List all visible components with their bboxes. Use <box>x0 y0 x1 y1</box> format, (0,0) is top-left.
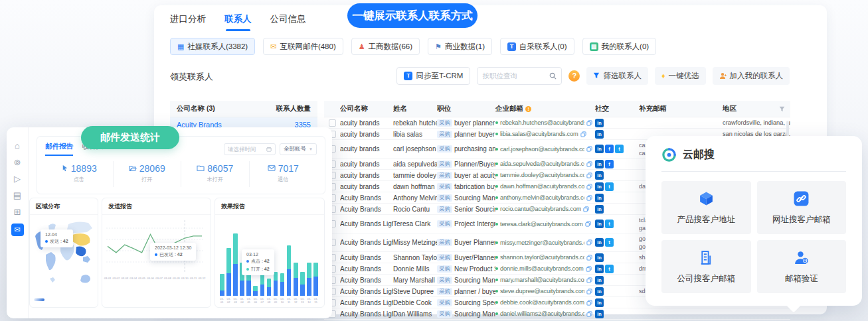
copy-icon[interactable] <box>586 266 592 272</box>
cell-name: aida sepulveda <box>393 160 437 168</box>
copy-icon[interactable] <box>586 172 592 178</box>
twitter-icon[interactable]: t <box>615 145 624 153</box>
cloud-item-网址搜客户邮箱[interactable]: 网址搜客户邮箱 <box>757 181 847 234</box>
line-chart: 03-0103-0203-0303-0403-0503-0603-0703-08… <box>102 215 211 305</box>
copy-icon[interactable] <box>586 311 592 317</box>
copy-icon[interactable] <box>586 300 592 306</box>
twitter-icon[interactable]: t <box>605 182 614 191</box>
linkedin-icon[interactable]: in <box>595 298 604 307</box>
purchase-tag: 采购 <box>437 288 452 295</box>
home-icon[interactable]: ⌂ <box>12 141 23 151</box>
cloud-item-公司搜客户邮箱[interactable]: 公司搜客户邮箱 <box>661 240 751 293</box>
callout-contact-methods: 一键展示联系人联系方式 <box>347 3 477 28</box>
date-range-picker[interactable] <box>224 143 276 155</box>
copy-icon[interactable] <box>585 221 591 227</box>
title-text: buyer planner <box>454 119 495 127</box>
purchase-tag: 采购 <box>437 194 452 202</box>
email-text: anthony.melvin@acuitybrands.com <box>500 194 584 201</box>
search-icon[interactable] <box>549 72 557 80</box>
my-contacts-chip[interactable]: ▤我的联系人(0) <box>582 38 657 55</box>
purchase-tag: 采购 <box>437 131 452 138</box>
cell-email: rebekah.hutchens@acuitybrands.com <box>495 119 595 126</box>
cases-icon[interactable]: ▤ <box>12 190 23 201</box>
stat-value: 86057 <box>207 163 233 174</box>
copy-icon[interactable] <box>586 239 592 245</box>
bar-x-label: 03-10 <box>280 297 285 304</box>
company-table-header: 公司名称 (3) 联系人数量 <box>170 101 317 117</box>
copy-icon[interactable] <box>586 255 592 261</box>
twitter-icon[interactable]: t <box>605 238 614 247</box>
coin-icon[interactable]: ? <box>568 70 580 82</box>
search-input[interactable] <box>482 72 547 80</box>
linkedin-icon[interactable]: in <box>595 220 604 228</box>
linkedin-icon[interactable]: in <box>595 160 604 168</box>
bar-x-label: 03-06 <box>253 297 258 304</box>
linkedin-icon[interactable]: in <box>595 130 604 139</box>
linkedin-icon[interactable]: in <box>595 145 604 153</box>
tab-进口分析[interactable]: 进口分析 <box>170 13 206 31</box>
copy-icon[interactable] <box>586 184 592 190</box>
commerce-data-chip[interactable]: ⚑商业数据(1) <box>428 38 492 55</box>
stat-value-row: 28069 <box>129 163 165 174</box>
business-registry-chip[interactable]: ♟工商数据(66) <box>351 38 420 55</box>
region-filter-icon[interactable] <box>779 106 785 112</box>
account-select[interactable]: 全部账号 ▼ <box>280 143 317 155</box>
copy-icon[interactable] <box>580 131 586 137</box>
email-text: steve.dupree@acuitybrands.com <box>500 288 584 294</box>
linkedin-icon[interactable]: in <box>595 276 604 285</box>
social-grid-chip[interactable]: ▦社媒联系人(3382) <box>170 38 255 55</box>
mail-icon[interactable]: ✉ <box>11 224 24 236</box>
title-text: Project Intergration <box>454 220 495 227</box>
region-text: crawfordsville, indiana, united states <box>723 119 790 126</box>
send-icon[interactable]: ▷ <box>12 174 23 184</box>
cell-name: rebekah hutchens <box>393 119 437 127</box>
twitter-icon[interactable]: t <box>605 265 614 273</box>
facebook-icon[interactable]: f <box>605 160 614 168</box>
screenshot-canvas: 进口分析联系人公司信息 ▦社媒联系人(3382)✉互联网邮件(480)♟工商数据… <box>0 0 868 321</box>
linkedin-icon[interactable]: in <box>595 205 604 214</box>
docs-icon[interactable]: ⊞ <box>12 207 23 218</box>
linkedin-icon[interactable]: in <box>595 310 604 318</box>
add-to-my-contacts-button[interactable]: 加入我的联系人 <box>713 67 790 85</box>
facebook-icon[interactable]: f <box>605 145 614 153</box>
linkedin-icon[interactable]: in <box>595 194 604 202</box>
filter-contacts-button[interactable]: 筛选联系人 <box>586 67 648 85</box>
copy-icon[interactable] <box>586 289 592 294</box>
cell-company: Acuity Brands Lighting <box>340 239 393 246</box>
twitter-icon[interactable]: t <box>605 220 614 228</box>
tab-公司信息[interactable]: 公司信息 <box>270 13 306 31</box>
linkedin-icon[interactable]: in <box>595 265 604 273</box>
linkedin-icon[interactable]: in <box>595 119 604 127</box>
callout-email-stats: 邮件发送统计 <box>81 126 179 149</box>
linkedin-icon[interactable]: in <box>595 253 604 262</box>
link-icon <box>793 190 810 209</box>
sync-tcrm-button[interactable]: T 同步至T-CRM <box>396 67 470 85</box>
copy-icon[interactable] <box>586 195 592 201</box>
copy-icon[interactable] <box>583 206 589 212</box>
cell-social: int <box>595 182 639 191</box>
contacts-icon[interactable]: ⊚ <box>12 157 23 168</box>
cell-title: 采购Sourcing Manager - <box>437 277 495 284</box>
stats-tab-邮件报告[interactable]: 邮件报告 <box>45 142 73 156</box>
company-name-header: 公司名称 (3) <box>170 104 276 113</box>
cloud-item-邮箱验证[interactable]: 邮箱验证 <box>757 240 847 293</box>
copy-icon[interactable] <box>586 120 592 126</box>
purchase-tag: 采购 <box>437 172 452 179</box>
copy-icon[interactable] <box>586 161 592 167</box>
stacked-bar <box>226 248 231 296</box>
copy-icon[interactable] <box>586 146 592 152</box>
col-company: 公司名称 <box>340 104 393 113</box>
row-checkbox[interactable] <box>329 119 336 127</box>
valid-dot <box>495 279 498 281</box>
self-collected-chip[interactable]: T自采联系人(0) <box>500 38 574 55</box>
linkedin-icon[interactable]: in <box>595 238 604 247</box>
date-input[interactable] <box>228 146 264 153</box>
internet-mail-chip[interactable]: ✉互联网邮件(480) <box>263 38 343 55</box>
one-click-select-button[interactable]: ♦ 一键优选 <box>655 67 706 85</box>
cloud-item-产品搜客户地址[interactable]: 产品搜客户地址 <box>661 181 751 234</box>
copy-icon[interactable] <box>586 277 592 283</box>
linkedin-icon[interactable]: in <box>595 171 604 180</box>
tab-联系人[interactable]: 联系人 <box>224 13 252 31</box>
linkedin-icon[interactable]: in <box>595 182 604 191</box>
linkedin-icon[interactable]: in <box>595 287 604 296</box>
